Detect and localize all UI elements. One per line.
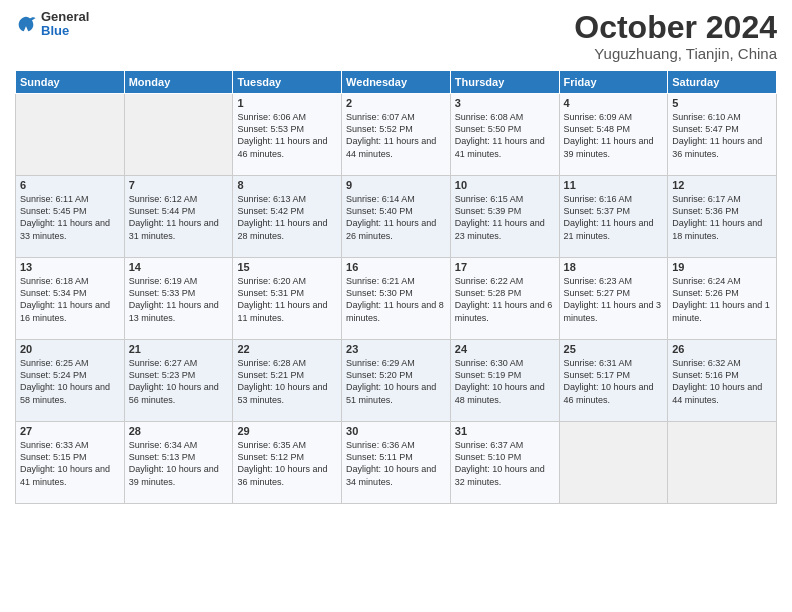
day-number: 6: [20, 179, 120, 191]
day-number: 30: [346, 425, 446, 437]
day-number: 13: [20, 261, 120, 273]
day-info: Sunrise: 6:13 AM Sunset: 5:42 PM Dayligh…: [237, 193, 337, 242]
day-info: Sunrise: 6:24 AM Sunset: 5:26 PM Dayligh…: [672, 275, 772, 324]
table-row: 16Sunrise: 6:21 AM Sunset: 5:30 PM Dayli…: [342, 258, 451, 340]
day-info: Sunrise: 6:16 AM Sunset: 5:37 PM Dayligh…: [564, 193, 664, 242]
calendar-week-3: 13Sunrise: 6:18 AM Sunset: 5:34 PM Dayli…: [16, 258, 777, 340]
day-number: 16: [346, 261, 446, 273]
table-row: 19Sunrise: 6:24 AM Sunset: 5:26 PM Dayli…: [668, 258, 777, 340]
table-row: 13Sunrise: 6:18 AM Sunset: 5:34 PM Dayli…: [16, 258, 125, 340]
table-row: 23Sunrise: 6:29 AM Sunset: 5:20 PM Dayli…: [342, 340, 451, 422]
table-row: 28Sunrise: 6:34 AM Sunset: 5:13 PM Dayli…: [124, 422, 233, 504]
table-row: [124, 94, 233, 176]
table-row: 14Sunrise: 6:19 AM Sunset: 5:33 PM Dayli…: [124, 258, 233, 340]
day-number: 27: [20, 425, 120, 437]
day-info: Sunrise: 6:09 AM Sunset: 5:48 PM Dayligh…: [564, 111, 664, 160]
day-info: Sunrise: 6:18 AM Sunset: 5:34 PM Dayligh…: [20, 275, 120, 324]
table-row: 15Sunrise: 6:20 AM Sunset: 5:31 PM Dayli…: [233, 258, 342, 340]
logo-general: General: [41, 10, 89, 24]
day-number: 4: [564, 97, 664, 109]
table-row: 11Sunrise: 6:16 AM Sunset: 5:37 PM Dayli…: [559, 176, 668, 258]
day-info: Sunrise: 6:33 AM Sunset: 5:15 PM Dayligh…: [20, 439, 120, 488]
day-number: 20: [20, 343, 120, 355]
day-number: 15: [237, 261, 337, 273]
table-row: 26Sunrise: 6:32 AM Sunset: 5:16 PM Dayli…: [668, 340, 777, 422]
table-row: 17Sunrise: 6:22 AM Sunset: 5:28 PM Dayli…: [450, 258, 559, 340]
day-number: 28: [129, 425, 229, 437]
day-info: Sunrise: 6:15 AM Sunset: 5:39 PM Dayligh…: [455, 193, 555, 242]
day-number: 2: [346, 97, 446, 109]
day-info: Sunrise: 6:34 AM Sunset: 5:13 PM Dayligh…: [129, 439, 229, 488]
day-number: 10: [455, 179, 555, 191]
calendar-table: Sunday Monday Tuesday Wednesday Thursday…: [15, 70, 777, 504]
table-row: 9Sunrise: 6:14 AM Sunset: 5:40 PM Daylig…: [342, 176, 451, 258]
table-row: 25Sunrise: 6:31 AM Sunset: 5:17 PM Dayli…: [559, 340, 668, 422]
calendar-week-1: 1Sunrise: 6:06 AM Sunset: 5:53 PM Daylig…: [16, 94, 777, 176]
day-info: Sunrise: 6:21 AM Sunset: 5:30 PM Dayligh…: [346, 275, 446, 324]
day-number: 31: [455, 425, 555, 437]
table-row: 30Sunrise: 6:36 AM Sunset: 5:11 PM Dayli…: [342, 422, 451, 504]
header-saturday: Saturday: [668, 71, 777, 94]
header-sunday: Sunday: [16, 71, 125, 94]
day-number: 5: [672, 97, 772, 109]
calendar-week-5: 27Sunrise: 6:33 AM Sunset: 5:15 PM Dayli…: [16, 422, 777, 504]
header-tuesday: Tuesday: [233, 71, 342, 94]
month-title: October 2024: [574, 10, 777, 45]
table-row: 5Sunrise: 6:10 AM Sunset: 5:47 PM Daylig…: [668, 94, 777, 176]
day-number: 12: [672, 179, 772, 191]
table-row: 18Sunrise: 6:23 AM Sunset: 5:27 PM Dayli…: [559, 258, 668, 340]
table-row: 29Sunrise: 6:35 AM Sunset: 5:12 PM Dayli…: [233, 422, 342, 504]
header-monday: Monday: [124, 71, 233, 94]
day-info: Sunrise: 6:23 AM Sunset: 5:27 PM Dayligh…: [564, 275, 664, 324]
table-row: 31Sunrise: 6:37 AM Sunset: 5:10 PM Dayli…: [450, 422, 559, 504]
day-info: Sunrise: 6:37 AM Sunset: 5:10 PM Dayligh…: [455, 439, 555, 488]
day-info: Sunrise: 6:19 AM Sunset: 5:33 PM Dayligh…: [129, 275, 229, 324]
table-row: 8Sunrise: 6:13 AM Sunset: 5:42 PM Daylig…: [233, 176, 342, 258]
day-info: Sunrise: 6:32 AM Sunset: 5:16 PM Dayligh…: [672, 357, 772, 406]
day-info: Sunrise: 6:20 AM Sunset: 5:31 PM Dayligh…: [237, 275, 337, 324]
day-info: Sunrise: 6:17 AM Sunset: 5:36 PM Dayligh…: [672, 193, 772, 242]
day-number: 17: [455, 261, 555, 273]
calendar-week-4: 20Sunrise: 6:25 AM Sunset: 5:24 PM Dayli…: [16, 340, 777, 422]
day-number: 21: [129, 343, 229, 355]
day-info: Sunrise: 6:31 AM Sunset: 5:17 PM Dayligh…: [564, 357, 664, 406]
day-number: 14: [129, 261, 229, 273]
day-info: Sunrise: 6:29 AM Sunset: 5:20 PM Dayligh…: [346, 357, 446, 406]
table-row: 2Sunrise: 6:07 AM Sunset: 5:52 PM Daylig…: [342, 94, 451, 176]
day-info: Sunrise: 6:36 AM Sunset: 5:11 PM Dayligh…: [346, 439, 446, 488]
day-info: Sunrise: 6:30 AM Sunset: 5:19 PM Dayligh…: [455, 357, 555, 406]
header-friday: Friday: [559, 71, 668, 94]
location: Yuguzhuang, Tianjin, China: [574, 45, 777, 62]
table-row: 3Sunrise: 6:08 AM Sunset: 5:50 PM Daylig…: [450, 94, 559, 176]
day-number: 22: [237, 343, 337, 355]
day-number: 24: [455, 343, 555, 355]
table-row: [16, 94, 125, 176]
day-info: Sunrise: 6:12 AM Sunset: 5:44 PM Dayligh…: [129, 193, 229, 242]
header: General Blue October 2024 Yuguzhuang, Ti…: [15, 10, 777, 62]
calendar-header-row: Sunday Monday Tuesday Wednesday Thursday…: [16, 71, 777, 94]
title-section: October 2024 Yuguzhuang, Tianjin, China: [574, 10, 777, 62]
day-number: 11: [564, 179, 664, 191]
day-number: 8: [237, 179, 337, 191]
table-row: 24Sunrise: 6:30 AM Sunset: 5:19 PM Dayli…: [450, 340, 559, 422]
header-wednesday: Wednesday: [342, 71, 451, 94]
table-row: [668, 422, 777, 504]
day-number: 3: [455, 97, 555, 109]
day-info: Sunrise: 6:08 AM Sunset: 5:50 PM Dayligh…: [455, 111, 555, 160]
table-row: 22Sunrise: 6:28 AM Sunset: 5:21 PM Dayli…: [233, 340, 342, 422]
day-info: Sunrise: 6:14 AM Sunset: 5:40 PM Dayligh…: [346, 193, 446, 242]
table-row: 12Sunrise: 6:17 AM Sunset: 5:36 PM Dayli…: [668, 176, 777, 258]
day-info: Sunrise: 6:22 AM Sunset: 5:28 PM Dayligh…: [455, 275, 555, 324]
day-number: 23: [346, 343, 446, 355]
logo-icon: [15, 13, 37, 35]
day-number: 25: [564, 343, 664, 355]
day-number: 19: [672, 261, 772, 273]
day-number: 29: [237, 425, 337, 437]
calendar-page: General Blue October 2024 Yuguzhuang, Ti…: [0, 0, 792, 612]
day-info: Sunrise: 6:27 AM Sunset: 5:23 PM Dayligh…: [129, 357, 229, 406]
day-number: 18: [564, 261, 664, 273]
day-number: 26: [672, 343, 772, 355]
day-info: Sunrise: 6:07 AM Sunset: 5:52 PM Dayligh…: [346, 111, 446, 160]
table-row: 20Sunrise: 6:25 AM Sunset: 5:24 PM Dayli…: [16, 340, 125, 422]
table-row: 4Sunrise: 6:09 AM Sunset: 5:48 PM Daylig…: [559, 94, 668, 176]
